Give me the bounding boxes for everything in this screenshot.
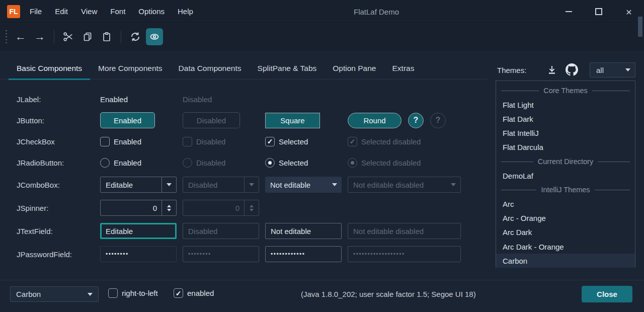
maximize-button[interactable]: [584, 0, 614, 23]
minimize-icon: [566, 11, 572, 12]
enabled-button[interactable]: Enabled: [100, 112, 155, 128]
tab-extras[interactable]: Extras: [384, 57, 423, 80]
textfield-not-editable[interactable]: Not editable: [265, 223, 342, 239]
themes-group-separator: Core Themes: [496, 84, 635, 98]
close-button[interactable]: Close: [582, 286, 632, 302]
forward-arrow-icon: →: [34, 31, 45, 42]
combobox-not-editable[interactable]: Not editable: [265, 177, 342, 193]
radio-selected[interactable]: Selected: [265, 158, 348, 168]
radio-selected-disabled: Selected disabled: [348, 158, 421, 168]
forward-button[interactable]: →: [31, 28, 48, 45]
github-icon: [566, 63, 578, 76]
theme-item-arc[interactable]: Arc: [496, 197, 635, 211]
theme-item-flat-intellij[interactable]: Flat IntelliJ: [496, 126, 635, 140]
checkbox-box[interactable]: [108, 288, 118, 298]
square-button[interactable]: Square: [265, 113, 320, 128]
tab-splitpane-tabs[interactable]: SplitPane & Tabs: [250, 57, 325, 80]
copy-button[interactable]: [79, 28, 96, 45]
theme-item-demolaf[interactable]: DemoLaf: [496, 169, 635, 183]
tab-data-components[interactable]: Data Components: [171, 57, 250, 80]
theme-item-arc-dark-orange[interactable]: Arc Dark - Orange: [496, 240, 635, 254]
basic-components-panel: JLabel: Enabled Disabled JButton: Enable…: [17, 89, 487, 266]
radio-circle[interactable]: [100, 158, 110, 168]
copy-icon: [83, 32, 93, 42]
spinner-up-icon[interactable]: [167, 205, 171, 207]
textfield-disabled: Disabled: [183, 223, 259, 239]
radio-label: Selected: [279, 159, 308, 167]
radio-label: Selected disabled: [361, 159, 421, 167]
show-hidden-toggle-button[interactable]: [146, 28, 163, 45]
window-title: FlatLaf Demo: [354, 0, 399, 23]
radio-circle[interactable]: [265, 158, 275, 168]
enabled-checkbox[interactable]: ✓ enabled: [174, 288, 214, 298]
spinner-down-icon[interactable]: [167, 209, 171, 211]
back-button[interactable]: ←: [12, 28, 29, 45]
combobox-editable[interactable]: Editable: [100, 177, 177, 193]
row-label: JButton:: [17, 116, 100, 125]
textfield-editable[interactable]: Editable: [100, 223, 177, 239]
tab-basic-components[interactable]: Basic Components: [9, 57, 90, 80]
menu-edit[interactable]: Edit: [48, 0, 74, 23]
theme-item-arc-dark[interactable]: Arc Dark: [496, 225, 635, 240]
menu-help[interactable]: Help: [171, 0, 200, 23]
chevron-down-icon: [332, 183, 337, 186]
menu-options[interactable]: Options: [132, 0, 171, 23]
passwordfield-editable[interactable]: ••••••••: [100, 246, 177, 262]
row-label: JSpinner:: [17, 204, 100, 212]
right-to-left-checkbox[interactable]: right-to-left: [108, 288, 158, 298]
refresh-button[interactable]: [127, 28, 144, 45]
lookandfeel-combobox[interactable]: Carbon: [10, 286, 99, 302]
round-button[interactable]: Round: [348, 113, 401, 128]
cut-button[interactable]: [60, 28, 77, 45]
radio-enabled[interactable]: Enabled: [100, 158, 183, 168]
menu-view[interactable]: View: [74, 0, 104, 23]
checkbox-disabled: Disabled: [183, 137, 265, 146]
toolbar-grip-handle[interactable]: [5, 29, 8, 44]
jcombobox-row: JComboBox: Editable Disabled Not editabl…: [17, 173, 487, 196]
download-icon: [546, 64, 557, 75]
spinner-down-icon: [250, 209, 254, 211]
spinner-value[interactable]: 0: [101, 204, 162, 212]
checkbox-box[interactable]: ✓: [174, 288, 183, 298]
row-label: JPasswordField:: [17, 250, 100, 259]
checkbox-enabled[interactable]: Enabled: [100, 137, 183, 146]
passwordfield-not-editable-disabled: ••••••••••••••••••: [348, 246, 461, 262]
chevron-down-icon: [249, 183, 254, 186]
menu-font[interactable]: Font: [104, 0, 132, 23]
theme-item-carbon[interactable]: Carbon: [496, 254, 635, 268]
checkbox-box: ✓: [348, 137, 357, 146]
toolbar-separator: [121, 30, 121, 43]
help-button[interactable]: ?: [408, 113, 424, 128]
menu-file[interactable]: File: [23, 0, 48, 23]
combobox-disabled: Disabled: [183, 177, 259, 193]
radio-circle: [348, 158, 357, 168]
theme-item-flat-light[interactable]: Flat Light: [496, 98, 635, 112]
paste-button[interactable]: [98, 28, 115, 45]
spinner-disabled: 0: [183, 200, 259, 216]
theme-item-flat-darcula[interactable]: Flat Darcula: [496, 140, 635, 154]
close-icon: ×: [626, 7, 632, 17]
refresh-icon: [130, 31, 141, 42]
checkbox-box[interactable]: [100, 137, 110, 146]
scissors-icon: [63, 31, 74, 42]
minimize-button[interactable]: [553, 0, 584, 23]
app-logo-icon: FL: [7, 5, 20, 18]
checkbox-selected[interactable]: ✓ Selected: [265, 137, 348, 146]
checkbox-box[interactable]: ✓: [265, 137, 275, 146]
chevron-down-icon: [88, 293, 93, 296]
github-link-button[interactable]: [566, 63, 578, 78]
theme-item-arc-orange[interactable]: Arc - Orange: [496, 211, 635, 225]
themes-scrollbar-thumb[interactable]: [638, 17, 642, 37]
spinner-enabled[interactable]: 0: [100, 200, 177, 216]
themes-filter-combobox[interactable]: all: [590, 62, 635, 77]
disabled-button: Disabled: [183, 112, 240, 128]
jlabel-row: JLabel: Enabled Disabled: [17, 89, 487, 110]
download-themes-button[interactable]: [546, 64, 557, 77]
tab-more-components[interactable]: More Components: [90, 57, 171, 80]
radio-circle: [183, 158, 192, 168]
check-icon: ✓: [267, 138, 273, 145]
passwordfield-not-editable[interactable]: ••••••••••••: [265, 246, 342, 262]
jlabel-enabled: Enabled: [100, 95, 128, 104]
tab-option-pane[interactable]: Option Pane: [325, 57, 384, 80]
theme-item-flat-dark[interactable]: Flat Dark: [496, 112, 635, 126]
